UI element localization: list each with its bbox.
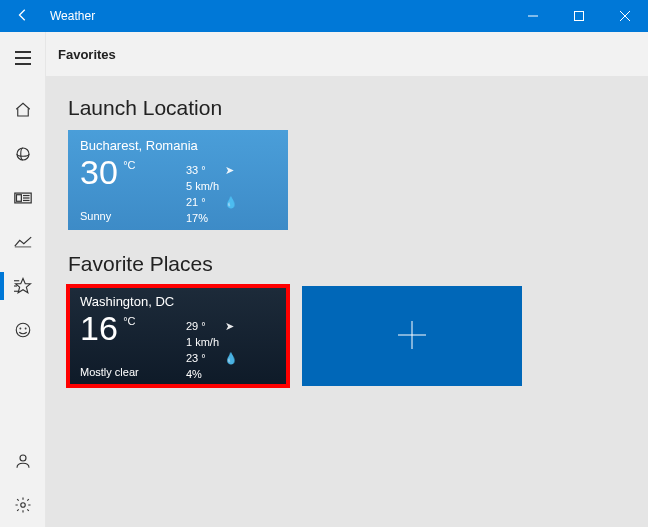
nav-account[interactable] bbox=[0, 439, 46, 483]
add-favorite-button[interactable] bbox=[302, 286, 522, 386]
location-name: Washington, DC bbox=[80, 294, 276, 309]
current-temp: 16 bbox=[80, 311, 118, 345]
drop-icon: 💧 bbox=[224, 350, 234, 366]
content-area: Favorites Launch Location Bucharest, Rom… bbox=[46, 32, 648, 527]
nav-trends[interactable] bbox=[0, 220, 46, 264]
condition-label: Mostly clear bbox=[80, 366, 139, 378]
minimize-button[interactable] bbox=[510, 0, 556, 32]
app-title: Weather bbox=[46, 9, 510, 23]
condition-label: Sunny bbox=[80, 210, 111, 222]
svg-point-7 bbox=[17, 148, 29, 160]
close-button[interactable] bbox=[602, 0, 648, 32]
maximize-button[interactable] bbox=[556, 0, 602, 32]
nav-maps[interactable] bbox=[0, 132, 46, 176]
nav-historical[interactable] bbox=[0, 176, 46, 220]
nav-feedback[interactable] bbox=[0, 308, 46, 352]
back-button[interactable] bbox=[0, 8, 46, 25]
svg-rect-1 bbox=[575, 12, 584, 21]
nav-sidebar bbox=[0, 32, 46, 527]
svg-point-17 bbox=[16, 323, 30, 337]
favorite-place-tile[interactable]: Washington, DC 16 °C 29 °➤1 km/h 23 °💧4%… bbox=[68, 286, 288, 386]
section-launch-title: Launch Location bbox=[68, 96, 626, 120]
section-favorites-title: Favorite Places bbox=[68, 252, 626, 276]
nav-settings[interactable] bbox=[0, 483, 46, 527]
svg-point-19 bbox=[25, 328, 26, 329]
svg-point-20 bbox=[20, 455, 26, 461]
temp-unit: °C bbox=[123, 315, 135, 327]
wind-icon: ➤ bbox=[224, 162, 234, 178]
svg-point-18 bbox=[20, 328, 21, 329]
weather-stats: 33 °➤5 km/h 21 °💧17% bbox=[186, 162, 288, 226]
drop-icon: 💧 bbox=[224, 194, 234, 210]
svg-rect-9 bbox=[16, 195, 21, 202]
svg-point-21 bbox=[20, 503, 25, 508]
location-name: Bucharest, Romania bbox=[80, 138, 276, 153]
page-title: Favorites bbox=[46, 32, 648, 76]
launch-location-tile[interactable]: Bucharest, Romania 30 °C 33 °➤5 km/h 21 … bbox=[68, 130, 288, 230]
hamburger-menu-button[interactable] bbox=[0, 36, 46, 80]
wind-icon: ➤ bbox=[224, 318, 234, 334]
nav-forecast[interactable] bbox=[0, 88, 46, 132]
current-temp: 30 bbox=[80, 155, 118, 189]
title-bar: Weather bbox=[0, 0, 648, 32]
plus-icon bbox=[394, 317, 430, 356]
weather-stats: 29 °➤1 km/h 23 °💧4% bbox=[186, 318, 288, 382]
nav-favorites[interactable] bbox=[0, 264, 46, 308]
temp-unit: °C bbox=[123, 159, 135, 171]
